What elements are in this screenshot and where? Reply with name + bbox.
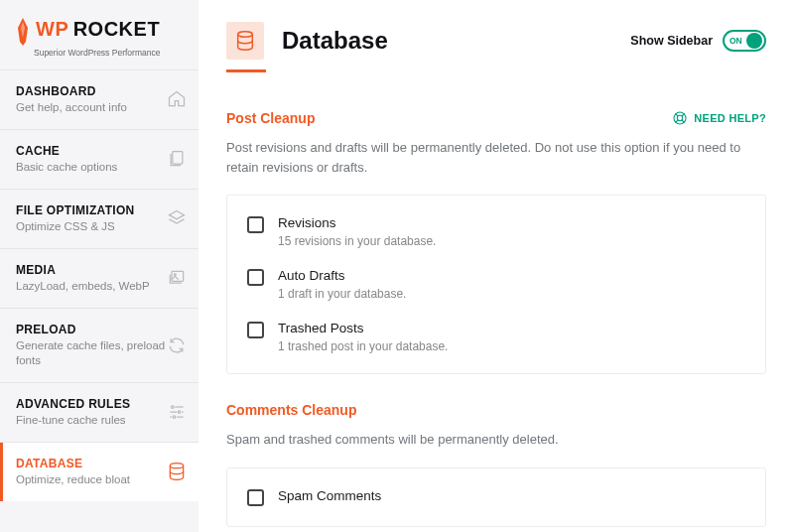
- show-sidebar-toggle[interactable]: ON: [723, 30, 766, 52]
- page-header: Database Show Sidebar ON: [226, 22, 766, 60]
- brand-tagline: Superior WordPress Performance: [34, 48, 183, 58]
- sliders-icon: [167, 402, 187, 422]
- checkbox-revisions[interactable]: [247, 216, 264, 233]
- sidebar-item-database[interactable]: DATABASEOptimize, reduce bloat: [0, 442, 198, 501]
- brand-rocket: ROCKET: [73, 18, 160, 40]
- show-sidebar-label: Show Sidebar: [630, 34, 713, 48]
- logo: WP ROCKET Superior WordPress Performance: [0, 0, 198, 69]
- checkbox-spam-comments[interactable]: [247, 489, 264, 506]
- nav: DASHBOARDGet help, account info CACHEBas…: [0, 69, 198, 501]
- sidebar-item-media[interactable]: MEDIALazyLoad, embeds, WebP: [0, 248, 198, 308]
- layers-icon: [167, 208, 187, 228]
- sidebar-item-preload[interactable]: PRELOADGenerate cache files, preload fon…: [0, 308, 198, 382]
- checkbox-trashed-posts[interactable]: [247, 322, 264, 338]
- rocket-icon: [16, 18, 30, 46]
- option-spam-comments[interactable]: Spam Comments: [227, 478, 765, 516]
- database-icon: [167, 462, 187, 481]
- option-revisions[interactable]: Revisions15 revisions in your database.: [227, 205, 765, 258]
- comments-cleanup-options: Spam Comments: [226, 467, 766, 527]
- images-icon: [167, 268, 187, 288]
- checkbox-auto-drafts[interactable]: [247, 269, 264, 286]
- comments-cleanup-title: Comments Cleanup: [226, 402, 356, 418]
- section-post-cleanup: Post Cleanup NEED HELP? Post revisions a…: [226, 110, 766, 374]
- svg-point-4: [178, 411, 181, 414]
- comments-cleanup-desc: Spam and trashed comments will be perman…: [226, 430, 766, 450]
- svg-rect-0: [173, 152, 183, 165]
- main-content: Database Show Sidebar ON Post Cleanup NE…: [198, 0, 794, 532]
- option-auto-drafts[interactable]: Auto Drafts1 draft in your database.: [227, 258, 765, 311]
- home-icon: [167, 89, 187, 109]
- header-database-icon: [226, 22, 264, 60]
- header-underline: [226, 69, 266, 72]
- svg-point-9: [678, 115, 683, 120]
- section-comments-cleanup: Comments Cleanup Spam and trashed commen…: [226, 402, 766, 527]
- brand-wp: WP: [36, 18, 68, 40]
- sidebar-item-file-optimization[interactable]: FILE OPTIMIZATIONOptimize CSS & JS: [0, 189, 198, 248]
- sidebar-item-advanced-rules[interactable]: ADVANCED RULESFine-tune cache rules: [0, 382, 198, 442]
- lifebuoy-icon: [672, 110, 688, 126]
- svg-rect-1: [172, 272, 184, 282]
- post-cleanup-title: Post Cleanup: [226, 110, 315, 126]
- svg-point-6: [170, 464, 183, 468]
- post-cleanup-desc: Post revisions and drafts will be perman…: [226, 138, 766, 177]
- post-cleanup-options: Revisions15 revisions in your database. …: [226, 195, 766, 374]
- svg-point-3: [172, 406, 175, 409]
- sidebar-item-cache[interactable]: CACHEBasic cache options: [0, 129, 198, 189]
- svg-point-7: [238, 32, 253, 37]
- sidebar: WP ROCKET Superior WordPress Performance…: [0, 0, 198, 532]
- option-trashed-posts[interactable]: Trashed Posts1 trashed post in your data…: [227, 311, 765, 363]
- page-title: Database: [282, 27, 388, 55]
- files-icon: [167, 149, 187, 169]
- svg-point-2: [175, 274, 177, 276]
- sidebar-item-dashboard[interactable]: DASHBOARDGet help, account info: [0, 69, 198, 129]
- need-help-link[interactable]: NEED HELP?: [672, 110, 766, 126]
- refresh-icon: [167, 335, 187, 355]
- svg-point-5: [173, 416, 176, 419]
